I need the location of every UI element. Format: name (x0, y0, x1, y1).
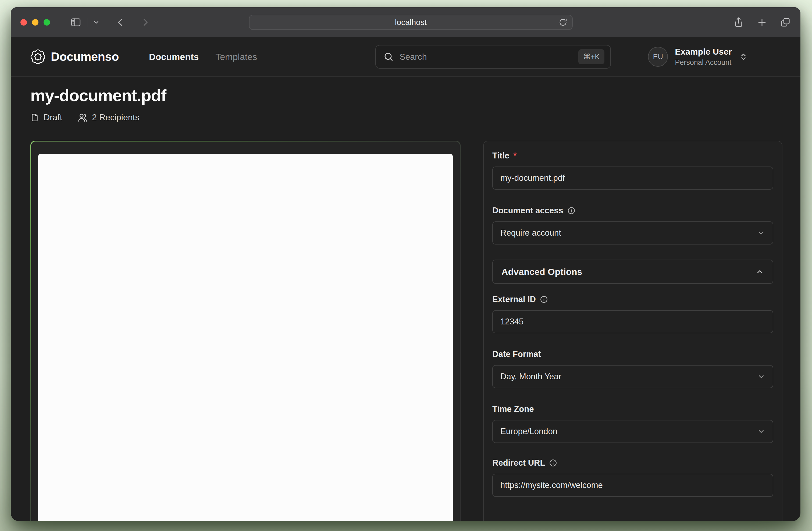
zoom-window-button[interactable] (44, 19, 50, 26)
new-tab-icon[interactable] (757, 17, 767, 27)
browser-titlebar: localhost (11, 7, 800, 38)
documenso-logo-icon (30, 49, 45, 64)
toolbar-divider (87, 18, 87, 27)
chevrons-up-down-icon (739, 52, 748, 61)
recipients-text: 2 Recipients (92, 112, 139, 123)
share-icon[interactable] (733, 17, 744, 28)
account-name: Example User (675, 47, 732, 57)
file-icon (30, 113, 39, 122)
back-button-icon[interactable] (115, 17, 126, 27)
info-icon[interactable] (549, 459, 557, 467)
brand-logo[interactable]: Documenso (30, 49, 119, 64)
browser-window: localhost (11, 7, 800, 521)
status-text: Draft (44, 112, 62, 123)
chevron-down-icon (757, 373, 765, 381)
search-bar[interactable]: ⌘+K (375, 45, 611, 69)
redirect-url-label: Redirect URL (492, 458, 773, 468)
advanced-options-toggle[interactable]: Advanced Options (492, 260, 773, 284)
title-input[interactable] (492, 167, 773, 190)
avatar: EU (648, 47, 668, 67)
sidebar-toggle-icon[interactable] (70, 17, 82, 28)
tab-overview-icon[interactable] (780, 17, 791, 28)
search-icon (383, 52, 394, 62)
account-menu[interactable]: EU Example User Personal Account (648, 47, 748, 67)
document-access-label: Document access (492, 206, 773, 215)
nav-item-documents[interactable]: Documents (149, 52, 199, 62)
document-access-select[interactable]: Require account (492, 221, 773, 245)
info-icon[interactable] (567, 206, 575, 215)
chevron-down-icon (757, 428, 765, 435)
search-shortcut-badge: ⌘+K (578, 49, 605, 64)
nav-item-templates[interactable]: Templates (215, 52, 257, 62)
document-meta-row: Draft 2 Recipients (30, 112, 783, 123)
close-window-button[interactable] (20, 19, 27, 26)
forward-button-icon[interactable] (140, 17, 150, 27)
chevron-down-icon (757, 229, 765, 237)
required-asterisk: * (513, 151, 517, 161)
account-type: Personal Account (675, 58, 732, 67)
page-title: my-document.pdf (30, 86, 783, 105)
title-field-label: Title * (492, 151, 773, 161)
top-navigation: Documents Templates (149, 52, 257, 62)
document-settings-panel: Title * Document access Require account (483, 141, 782, 521)
refresh-icon[interactable] (559, 18, 567, 27)
recipients-badge: 2 Recipients (78, 112, 139, 123)
app-header: Documenso Documents Templates ⌘+K EU Exa… (11, 38, 800, 77)
minimize-window-button[interactable] (32, 19, 39, 26)
chevron-up-icon (756, 268, 764, 276)
search-input[interactable] (400, 52, 578, 62)
timezone-select[interactable]: Europe/London (492, 420, 773, 443)
external-id-input[interactable] (492, 310, 773, 333)
brand-name: Documenso (51, 50, 119, 64)
date-format-select[interactable]: Day, Month Year (492, 365, 773, 388)
status-badge: Draft (30, 112, 62, 123)
document-preview-inner (31, 142, 460, 521)
page-content: my-document.pdf Draft (11, 86, 800, 521)
sidebar-chevron-down-icon[interactable] (93, 19, 100, 26)
pdf-page (38, 154, 453, 521)
info-icon[interactable] (540, 295, 548, 303)
document-preview-card (30, 141, 461, 521)
address-bar[interactable]: localhost (249, 15, 573, 30)
timezone-label: Time Zone (492, 404, 773, 414)
date-format-label: Date Format (492, 349, 773, 359)
users-icon (78, 113, 87, 123)
avatar-initials: EU (653, 53, 663, 61)
redirect-url-input[interactable] (492, 474, 773, 497)
address-bar-url: localhost (395, 18, 427, 27)
external-id-label: External ID (492, 295, 773, 304)
